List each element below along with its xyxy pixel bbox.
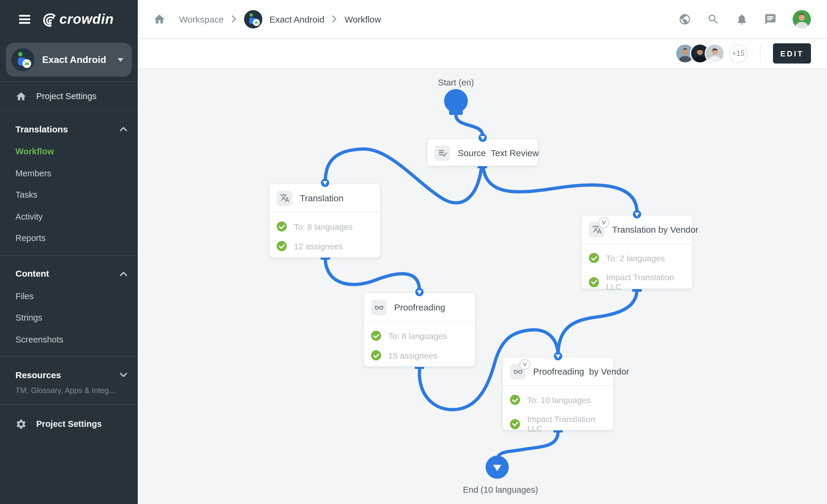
vendor-badge: V [598,217,609,228]
edit-button[interactable]: EDIT [773,43,811,63]
chevron-up-icon [120,127,127,131]
playlist-check-icon [435,145,450,161]
home-icon [153,13,166,25]
node-detail-row: To: 10 languages [510,395,606,405]
workflow-node-proofreading[interactable]: Proofreading To: 8 languages 15 assignee… [363,293,476,367]
check-circle-icon [277,221,287,232]
node-detail-row: Impact Translation LLC [510,414,606,433]
check-circle-icon [277,241,287,251]
chevron-up-icon [120,271,127,276]
check-circle-icon [371,331,381,341]
node-title: Proofreading [394,302,445,312]
project-switcher[interactable]: Exact Android [6,43,132,77]
collaborator-avatars: +15 [675,43,747,63]
node-detail-row: To: 2 languages [589,253,685,263]
resources-subtitle: TM, Glossary, Apps & Integ... [0,382,138,398]
collaborators-more-badge[interactable]: +15 [729,44,747,63]
node-detail-row: Impact Translation LLC [589,272,685,292]
home-icon [15,91,27,102]
sidebar-item-reports[interactable]: Reports [0,228,138,249]
collaborator-avatar-3[interactable] [705,43,725,63]
sidebar-section-translations: Translations Workflow Members Tasks Acti… [0,111,138,255]
breadcrumb: Workspace Exact Android Workflow [153,10,381,28]
search-icon [707,13,720,25]
breadcrumb-workspace[interactable]: Workspace [179,14,224,24]
search-button[interactable] [707,13,720,25]
check-circle-icon [510,395,520,405]
project-name: Exact Android [42,54,117,65]
end-node-label: End (10 languages) [463,485,538,495]
sidebar-item-label: Project Settings [36,91,96,101]
translate-icon [277,190,292,206]
messages-button[interactable] [764,13,777,25]
check-circle-icon [510,419,520,429]
chevron-down-icon [120,372,127,377]
globe-icon [679,13,691,25]
bell-icon [736,13,748,25]
sidebar-header: crowdin [0,0,138,39]
workflow-toolbar: +15 EDIT [138,39,827,69]
crowdin-logo-mark [41,11,57,27]
node-detail-row: To: 8 languages [371,331,468,341]
language-globe-button[interactable] [679,13,691,25]
check-circle-icon [589,277,599,287]
chat-icon [764,13,777,25]
sidebar-section-content: Content Files Strings Screenshots [0,256,138,356]
section-heading-content[interactable]: Content [0,266,138,281]
check-circle-icon [371,350,381,360]
node-detail-row: 15 assignees [371,350,468,360]
vendor-badge: V [520,359,530,369]
sidebar-section-resources: Resources TM, Glossary, Apps & Integ... [0,357,138,404]
logo-wordmark: crowdin [59,11,114,27]
sidebar-item-activity[interactable]: Activity [0,206,138,228]
sidebar-footer-project-settings[interactable]: Project Settings [0,410,138,438]
node-title: Source Text Review [458,148,539,158]
breadcrumb-project-avatar[interactable] [244,10,262,28]
sidebar-item-strings[interactable]: Strings [0,307,138,329]
section-heading-translations[interactable]: Translations [0,122,138,136]
section-heading-resources[interactable]: Resources [0,367,138,382]
sidebar-item-members[interactable]: Members [0,162,138,184]
gear-icon [15,418,27,430]
chevron-down-icon [117,58,124,61]
sidebar-footer-label: Project Settings [36,419,102,429]
sidebar-item-workflow[interactable]: Workflow [0,141,138,162]
sidebar-item-files[interactable]: Files [0,285,138,307]
sidebar: crowdin Exact Android Project [0,0,138,504]
divider [760,45,761,62]
divider [0,404,138,405]
notifications-button[interactable] [736,13,748,25]
workflow-canvas[interactable] [138,69,827,504]
start-node-label: Start (en) [438,78,474,87]
node-detail-row: 12 assignees [277,241,373,251]
top-bar: Workspace Exact Android Workflow [138,0,827,39]
crowdin-app: crowdin Exact Android Project [0,0,827,504]
user-avatar[interactable] [792,10,811,28]
workflow-node-translation[interactable]: Translation To: 8 languages 12 assignees [269,184,381,258]
breadcrumb-page: Workflow [345,14,381,24]
sidebar-item-tasks[interactable]: Tasks [0,184,138,206]
workflow-node-proofreading-by-vendor[interactable]: V Proofreading by Vendor To: 10 language… [502,357,614,431]
workflow-node-source-text-review[interactable]: Source Text Review [427,138,538,166]
sidebar-item-screenshots[interactable]: Screenshots [0,329,138,350]
chevron-right-icon [232,15,236,22]
glasses-icon [371,300,387,315]
crowdin-logo[interactable]: crowdin [41,11,114,27]
node-title: Proofreading by Vendor [533,366,629,376]
node-title: Translation by Vendor [612,224,698,235]
hamburger-menu-icon[interactable] [19,15,30,24]
node-detail-row: To: 8 languages [277,221,373,232]
workflow-node-translation-by-vendor[interactable]: V Translation by Vendor To: 2 languages … [581,215,693,289]
check-circle-icon [589,253,599,263]
sidebar-item-project-settings[interactable]: Project Settings [0,82,138,110]
home-breadcrumb-button[interactable] [153,13,166,25]
node-title: Translation [300,193,343,203]
chevron-right-icon [332,15,337,22]
project-avatar [11,48,35,71]
breadcrumb-project[interactable]: Exact Android [270,14,325,24]
